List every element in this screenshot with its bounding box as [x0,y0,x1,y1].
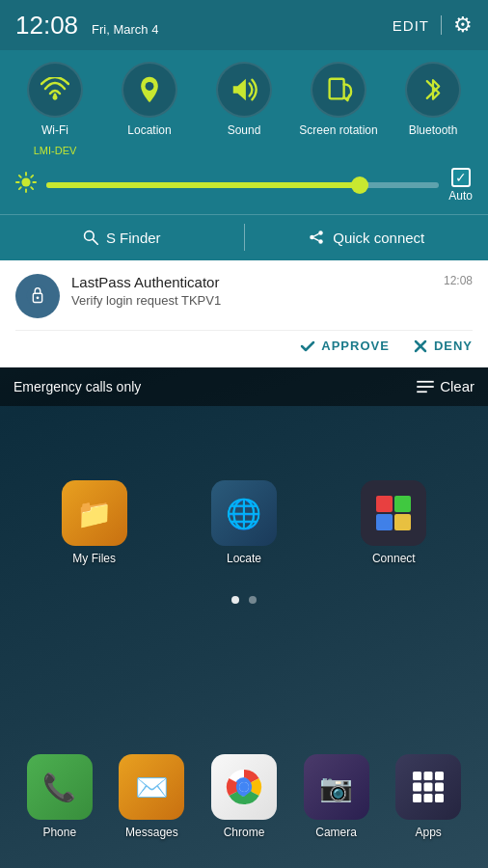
dot-1 [231,596,239,604]
auto-label-text: Auto [448,189,473,203]
svg-point-25 [318,231,323,235]
settings-gear-icon[interactable]: ⚙ [453,13,473,38]
clear-button[interactable]: Clear [417,378,474,394]
approve-button[interactable]: APPROVE [300,339,390,354]
myfiles-label: My Files [72,552,116,565]
locate-icon: 🌐 [211,480,277,546]
svg-line-28 [314,238,319,241]
quickconnect-button[interactable]: Quick connect [245,215,489,260]
sound-toggle[interactable]: Sound [201,62,287,139]
svg-point-22 [84,231,94,241]
brightness-thumb [351,176,368,194]
status-date: Fri, March 4 [92,22,158,37]
svg-rect-15 [413,794,421,802]
connect-icon-item[interactable]: Connect [355,480,432,565]
status-divider [441,15,442,35]
phone-icon: 📞 [27,754,93,820]
locate-icon-item[interactable]: 🌐 Locate [205,480,283,565]
svg-point-19 [146,82,154,91]
finder-row: S Finder Quick connect [0,214,488,260]
notification-content: LastPass Authenticator Verify login requ… [71,274,432,308]
bluetooth-icon-circle [405,62,461,118]
apps-label: Apps [415,826,441,839]
approve-label: APPROVE [321,339,390,353]
chrome-label: Chrome [224,826,265,839]
camera-dock-item[interactable]: 📷 Camera [298,754,375,839]
phone-label: Phone [42,826,76,839]
wifi-toggle[interactable]: Wi-Fi LMI-DEV [12,62,98,156]
quick-settings-panel: Wi-Fi LMI-DEV Location [0,50,488,214]
location-toggle[interactable]: Location [106,62,193,139]
edit-button[interactable]: EDIT [393,17,429,34]
apps-icon [395,754,461,820]
screenrotation-toggle[interactable]: Screen rotation [295,62,382,139]
wifi-sublabel: LMI-DEV [34,145,77,156]
brightness-fill [46,182,368,188]
auto-brightness-toggle[interactable]: ✓ Auto [448,168,473,203]
deny-button[interactable]: DENY [413,339,473,354]
messages-dock-item[interactable]: ✉️ Messages [113,754,190,839]
emergency-text: Emergency calls only [14,379,141,394]
svg-line-27 [314,233,319,236]
quickconnect-label: Quick connect [333,230,424,246]
svg-point-18 [53,95,58,100]
svg-point-24 [310,235,314,240]
page-dots [0,596,488,604]
chrome-dock-item[interactable]: Chrome [205,754,283,839]
sound-icon-circle [216,62,272,118]
svg-rect-20 [330,79,344,99]
svg-point-26 [318,239,323,244]
svg-rect-2 [376,514,393,530]
svg-rect-10 [424,772,433,780]
notification-card: LastPass Authenticator Verify login requ… [0,260,488,367]
svg-rect-17 [435,794,444,802]
notification-body: Verify login request TKPV1 [71,293,432,308]
svg-line-23 [93,239,97,244]
home-icons-row: 📁 My Files 🌐 Locate Connect [0,480,488,565]
quick-icons-row: Wi-Fi LMI-DEV Location [8,62,480,156]
bluetooth-toggle[interactable]: Bluetooth [390,62,476,139]
svg-rect-12 [413,783,421,792]
brightness-icon [15,172,37,199]
notification-time: 12:08 [444,274,473,287]
messages-label: Messages [125,826,178,839]
emergency-bar: Emergency calls only Clear [0,367,488,406]
connect-label: Connect [372,552,416,565]
notification-overlay: 12:08 Fri, March 4 EDIT ⚙ [0,0,488,406]
myfiles-icon: 📁 [62,480,127,546]
phone-dock-item[interactable]: 📞 Phone [21,754,98,839]
camera-icon: 📷 [304,754,369,820]
screenrotation-label: Screen rotation [299,123,377,139]
brightness-row: ✓ Auto [8,164,480,206]
notification-title: LastPass Authenticator [71,274,219,290]
svg-rect-14 [435,783,444,792]
wifi-label: Wi-Fi [41,123,68,139]
dock-row: 📞 Phone ✉️ Messages [0,754,488,839]
svg-rect-13 [424,783,433,792]
bluetooth-label: Bluetooth [409,123,458,139]
svg-rect-9 [413,772,421,780]
brightness-slider[interactable] [46,182,439,188]
notification-actions: APPROVE DENY [15,330,473,354]
svg-point-21 [21,177,30,186]
location-label: Location [127,123,171,139]
svg-rect-16 [424,794,433,802]
chrome-icon [211,754,277,820]
deny-label: DENY [434,339,473,353]
wifi-icon-circle [27,62,83,118]
status-bar: 12:08 Fri, March 4 EDIT ⚙ [0,0,488,50]
svg-point-31 [37,296,40,299]
sfinder-button[interactable]: S Finder [0,215,244,260]
lastpass-icon [15,274,60,318]
connect-icon [361,480,426,546]
sfinder-label: S Finder [106,230,161,246]
auto-checkbox: ✓ [451,168,471,187]
status-time: 12:08 [15,11,78,41]
svg-point-8 [239,782,249,792]
locate-label: Locate [227,552,261,565]
myfiles-icon-item[interactable]: 📁 My Files [56,480,133,565]
sound-label: Sound [228,123,261,139]
notification-header: LastPass Authenticator Verify login requ… [15,274,473,318]
apps-dock-item[interactable]: Apps [390,754,467,839]
camera-label: Camera [315,826,357,839]
